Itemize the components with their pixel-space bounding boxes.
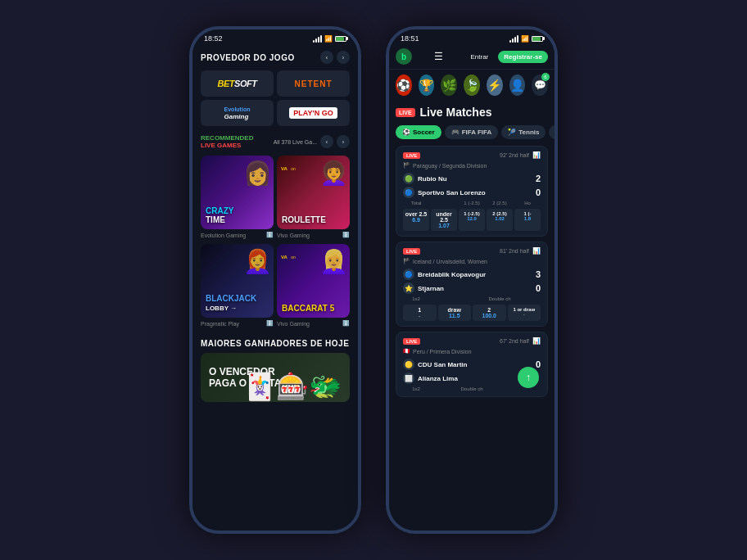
match1-odd-1[interactable]: over 2.56.9 [403,209,429,231]
roulette-info-icon[interactable]: ℹ️ [342,232,350,238]
info-icon[interactable]: ℹ️ [266,232,274,238]
sport-icon-trophy[interactable]: 🏆 [419,75,435,96]
baccarat-info-icon[interactable]: ℹ️ [342,320,350,327]
match1-time: 92' 2nd half [500,152,529,158]
playngo-logo[interactable]: PLAY'N GO [277,100,350,126]
match1-stats-icon[interactable]: 📊 [532,151,541,159]
blackjack-bg: 👩‍🦰 BLACKJACK LOBBY → [201,244,274,318]
left-status-icons: 📶 [313,35,346,43]
baccarat-game[interactable]: 👱‍♀️ VA on BACCARAT 5 [277,244,350,318]
right-battery-icon [532,36,543,42]
evolution-text: Evolution Gaming [224,106,251,120]
match1-league-name: Paraguay / Segunda Division [413,163,487,169]
match2-odd-2[interactable]: 2100.0 [473,305,506,321]
match3-col-double: Double ch [459,386,485,391]
match1-team1-icon: 🟢 [403,173,414,184]
soccer-tab-label: Soccer [413,129,435,136]
tab-soccer[interactable]: ⚽ Soccer [396,125,441,139]
sport-tabs: ⚽ Soccer 🎮 FIFA FIFA 🎾 Tennis 🏏 eCricket [389,122,555,142]
recommended-label: RECOMMENDED [201,134,253,142]
roulette-bg: 👩‍🦱 VA on ROULETTE [277,156,350,229]
all-live-count[interactable]: All 378 Live Ga... [274,139,317,145]
match2-odd-draw[interactable]: draw11.5 [438,305,472,321]
prev-arrow[interactable]: ‹ [320,51,333,64]
match3-col-e [431,386,457,391]
blackjack-game[interactable]: 👩‍🦰 BLACKJACK LOBBY → [201,244,274,318]
match2-odd-1[interactable]: 1- [403,305,437,321]
tab-ecricket[interactable]: 🏏 eCricket [549,125,555,139]
chat-badge: 6 [541,73,550,81]
match1-odd-5[interactable]: 1 (-1.8 [514,209,541,231]
recommended-labels: RECOMMENDED LIVE GAMES [201,134,253,149]
scroll-up-button[interactable]: ↑ [518,367,539,388]
match2-col-e1 [431,296,457,301]
match3-league-flag: 🇵🇪 [403,348,410,355]
tab-fifa[interactable]: 🎮 FIFA FIFA [445,125,499,139]
match1-col-total: Total [403,201,429,205]
match1-live-badge: LIVE [403,152,420,159]
games-prev-arrow[interactable]: ‹ [320,135,333,148]
blackjack-model: 👩‍🦰 [243,248,272,275]
baccarat-card[interactable]: 👱‍♀️ VA on BACCARAT 5 Vivo Gaming ℹ️ [277,244,350,329]
blackjack-card[interactable]: 👩‍🦰 BLACKJACK LOBBY → Pragmatic Play ℹ️ [201,244,274,329]
match1-team2-row: 🔵 Sportivo San Lorenzo 0 [403,187,541,198]
soccer-tab-icon: ⚽ [402,129,410,136]
sport-icon-leaf2[interactable]: 🍃 [464,75,480,96]
match1-odd-2[interactable]: under 2.51.07 [431,209,457,231]
match3-stats-icon[interactable]: 📊 [532,337,541,345]
games-next-arrow[interactable]: › [337,135,350,148]
match1-team1-score: 2 [536,174,541,183]
provider-title: PROVEDOR DO JOGO [201,53,295,62]
provider-nav: ‹ › [320,51,350,64]
sport-icon-soccer[interactable]: ⚽ [396,75,412,96]
match1-league: 🏴 Paraguay / Segunda Division [403,162,541,169]
battery-icon [335,36,346,42]
next-arrow[interactable]: › [337,51,350,64]
match3-live-badge: LIVE [403,338,420,345]
betsoft-logo[interactable]: BETSOFT [201,70,274,97]
evolution-logo[interactable]: Evolution Gaming [201,100,274,126]
r-signal-bar-2 [512,38,514,43]
live-matches-title: Live Matches [420,106,492,119]
live-games-label: LIVE GAMES [201,142,253,149]
match1-col-1: 1 (-2.5) [459,201,485,205]
entrar-button[interactable]: Entrar [466,51,494,63]
crazy-time-game[interactable]: 👩 CRAZYTIME [201,156,274,229]
live-games-section-header: RECOMMENDED LIVE GAMES All 378 Live Ga..… [192,129,358,152]
match2-team2-row: ⭐ Stjarnan 0 [403,282,541,294]
chat-icon[interactable]: 💬 6 [532,75,548,96]
match1-odd-3[interactable]: 1 (-2.5)12.0 [459,209,485,231]
crazy-time-bg: 👩 CRAZYTIME [201,156,274,229]
crazy-time-card[interactable]: 👩 CRAZYTIME Evolution Gaming ℹ️ [201,156,274,241]
match2-odd-1ordraw[interactable]: 1 or draw- [508,305,541,321]
sport-icon-user[interactable]: 👤 [509,75,526,96]
roulette-title: ROULETTE [282,215,326,224]
match1-team2-score: 0 [536,187,541,197]
crazy-time-model: 👩 [243,160,272,187]
match2-league-name: Iceland / Urvalsdeild, Women [413,259,487,264]
match2-stats-icon[interactable]: 📊 [532,247,541,255]
sport-icon-lightning[interactable]: ⚡ [487,75,503,96]
tab-tennis[interactable]: 🎾 Tennis [501,125,546,139]
match3-team2-name: Alianza Lima [418,375,458,382]
match-card-1: LIVE 92' 2nd half 📊 🏴 Paraguay / Segunda… [396,146,548,237]
blackjack-title: BLACKJACK LOBBY → [206,294,256,313]
roulette-info: Vivo Gaming ℹ️ [277,229,350,241]
brand-logo[interactable]: b [396,48,412,65]
match1-odd-4[interactable]: 2 (2.5)1.02 [487,209,513,231]
registrar-button[interactable]: Registrar-se [498,51,548,63]
crazy-time-provider: Evolution Gaming [201,233,246,238]
netent-logo[interactable]: NETENT [277,70,350,97]
roulette-card[interactable]: 👩‍🦱 VA on ROULETTE Vivo Gaming ℹ️ [277,156,350,241]
baccarat-model: 👱‍♀️ [319,248,348,275]
match1-team1-row: 🟢 Rubio Nu 2 [403,173,541,184]
blackjack-info-icon[interactable]: ℹ️ [266,320,274,327]
roulette-game[interactable]: 👩‍🦱 VA on ROULETTE [277,156,350,229]
match2-col-e2 [459,296,485,301]
match1-team2-left: 🔵 Sportivo San Lorenzo [403,187,536,198]
baccarat-provider: Vivo Gaming [277,321,310,327]
menu-icon[interactable]: ☰ [434,51,443,62]
match2-live-badge: LIVE [403,248,420,255]
sport-icon-leaf[interactable]: 🌿 [441,75,457,96]
winner-card: O VENCEDOR PAGA O JANTAR 🃏🎰🐲 [201,353,350,402]
